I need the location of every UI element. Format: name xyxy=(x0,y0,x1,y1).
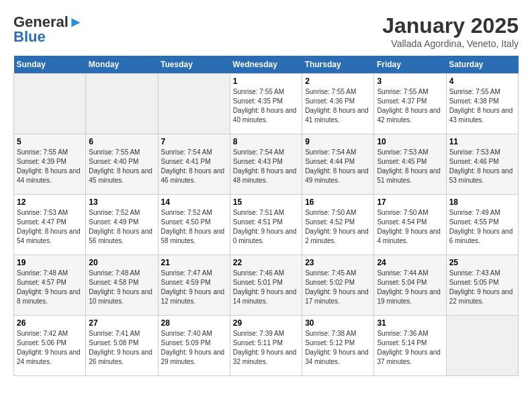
day-number: 22 xyxy=(233,258,299,267)
calendar-table: SundayMondayTuesdayWednesdayThursdayFrid… xyxy=(13,56,519,376)
title-block: January 2025 Vallada Agordina, Veneto, I… xyxy=(382,13,519,49)
day-number: 21 xyxy=(161,258,227,267)
day-info: Sunrise: 7:39 AMSunset: 5:11 PMDaylight:… xyxy=(233,329,299,367)
day-number: 23 xyxy=(305,258,371,267)
calendar-cell: 9Sunrise: 7:54 AMSunset: 4:44 PMDaylight… xyxy=(302,134,374,195)
day-info: Sunrise: 7:52 AMSunset: 4:49 PMDaylight:… xyxy=(89,208,154,246)
calendar-cell: 18Sunrise: 7:49 AMSunset: 4:55 PMDayligh… xyxy=(446,195,518,255)
day-number: 28 xyxy=(161,318,227,328)
day-number: 12 xyxy=(17,197,83,207)
calendar-cell: 27Sunrise: 7:41 AMSunset: 5:08 PMDayligh… xyxy=(86,316,158,376)
day-number: 29 xyxy=(233,318,299,328)
calendar-cell: 7Sunrise: 7:54 AMSunset: 4:41 PMDaylight… xyxy=(158,134,230,195)
day-info: Sunrise: 7:50 AMSunset: 4:52 PMDaylight:… xyxy=(305,208,371,246)
header-day-friday: Friday xyxy=(374,56,446,74)
day-info: Sunrise: 7:53 AMSunset: 4:45 PMDaylight:… xyxy=(377,148,443,185)
location-title: Vallada Agordina, Veneto, Italy xyxy=(382,38,519,49)
day-info: Sunrise: 7:38 AMSunset: 5:12 PMDaylight:… xyxy=(305,329,371,367)
calendar-week-3: 12Sunrise: 7:53 AMSunset: 4:47 PMDayligh… xyxy=(14,195,519,255)
day-info: Sunrise: 7:54 AMSunset: 4:43 PMDaylight:… xyxy=(233,148,299,185)
header-day-sunday: Sunday xyxy=(14,56,86,74)
day-number: 17 xyxy=(377,197,443,207)
calendar-cell: 15Sunrise: 7:51 AMSunset: 4:51 PMDayligh… xyxy=(230,195,302,255)
day-number: 5 xyxy=(17,137,83,146)
calendar-cell: 29Sunrise: 7:39 AMSunset: 5:11 PMDayligh… xyxy=(230,316,302,376)
day-info: Sunrise: 7:54 AMSunset: 4:41 PMDaylight:… xyxy=(161,148,227,185)
calendar-cell: 14Sunrise: 7:52 AMSunset: 4:50 PMDayligh… xyxy=(158,195,230,255)
header-day-saturday: Saturday xyxy=(446,56,518,74)
day-number: 20 xyxy=(89,258,154,267)
calendar-cell: 30Sunrise: 7:38 AMSunset: 5:12 PMDayligh… xyxy=(302,316,374,376)
day-info: Sunrise: 7:51 AMSunset: 4:51 PMDaylight:… xyxy=(233,208,299,246)
day-number: 14 xyxy=(161,197,227,207)
calendar-cell: 6Sunrise: 7:55 AMSunset: 4:40 PMDaylight… xyxy=(86,134,158,195)
calendar-cell: 10Sunrise: 7:53 AMSunset: 4:45 PMDayligh… xyxy=(374,134,446,195)
logo: General► Blue xyxy=(13,13,83,46)
day-info: Sunrise: 7:48 AMSunset: 4:57 PMDaylight:… xyxy=(17,269,83,306)
day-info: Sunrise: 7:55 AMSunset: 4:37 PMDaylight:… xyxy=(377,87,443,125)
calendar-cell: 2Sunrise: 7:55 AMSunset: 4:36 PMDaylight… xyxy=(302,74,374,134)
day-number: 4 xyxy=(449,77,515,86)
calendar-cell: 17Sunrise: 7:50 AMSunset: 4:54 PMDayligh… xyxy=(374,195,446,255)
calendar-cell: 24Sunrise: 7:44 AMSunset: 5:04 PMDayligh… xyxy=(374,255,446,316)
day-info: Sunrise: 7:55 AMSunset: 4:36 PMDaylight:… xyxy=(305,87,371,125)
calendar-week-4: 19Sunrise: 7:48 AMSunset: 4:57 PMDayligh… xyxy=(14,255,519,316)
day-number: 25 xyxy=(449,258,515,267)
day-info: Sunrise: 7:54 AMSunset: 4:44 PMDaylight:… xyxy=(305,148,371,185)
day-info: Sunrise: 7:55 AMSunset: 4:38 PMDaylight:… xyxy=(449,87,515,125)
day-number: 10 xyxy=(377,137,443,146)
day-number: 24 xyxy=(377,258,443,267)
day-info: Sunrise: 7:55 AMSunset: 4:40 PMDaylight:… xyxy=(89,148,154,185)
calendar-header-row: SundayMondayTuesdayWednesdayThursdayFrid… xyxy=(14,56,519,74)
day-number: 27 xyxy=(89,318,154,328)
day-number: 31 xyxy=(377,318,443,328)
header-day-thursday: Thursday xyxy=(302,56,374,74)
day-number: 8 xyxy=(233,137,299,146)
calendar-cell: 26Sunrise: 7:42 AMSunset: 5:06 PMDayligh… xyxy=(14,316,86,376)
day-number: 2 xyxy=(305,77,371,86)
header-day-wednesday: Wednesday xyxy=(230,56,302,74)
day-info: Sunrise: 7:55 AMSunset: 4:39 PMDaylight:… xyxy=(17,148,83,185)
calendar-cell: 13Sunrise: 7:52 AMSunset: 4:49 PMDayligh… xyxy=(86,195,158,255)
day-number: 11 xyxy=(449,137,515,146)
day-info: Sunrise: 7:55 AMSunset: 4:35 PMDaylight:… xyxy=(233,87,299,125)
calendar-cell: 5Sunrise: 7:55 AMSunset: 4:39 PMDaylight… xyxy=(14,134,86,195)
day-info: Sunrise: 7:53 AMSunset: 4:47 PMDaylight:… xyxy=(17,208,83,246)
day-info: Sunrise: 7:48 AMSunset: 4:58 PMDaylight:… xyxy=(89,269,154,306)
header-day-tuesday: Tuesday xyxy=(158,56,230,74)
calendar-week-2: 5Sunrise: 7:55 AMSunset: 4:39 PMDaylight… xyxy=(14,134,519,195)
day-info: Sunrise: 7:42 AMSunset: 5:06 PMDaylight:… xyxy=(17,329,83,367)
calendar-cell: 22Sunrise: 7:46 AMSunset: 5:01 PMDayligh… xyxy=(230,255,302,316)
calendar-cell: 11Sunrise: 7:53 AMSunset: 4:46 PMDayligh… xyxy=(446,134,518,195)
day-number: 26 xyxy=(17,318,83,328)
day-info: Sunrise: 7:49 AMSunset: 4:55 PMDaylight:… xyxy=(449,208,515,246)
calendar-cell xyxy=(14,74,86,134)
day-number: 15 xyxy=(233,197,299,207)
calendar-cell: 4Sunrise: 7:55 AMSunset: 4:38 PMDaylight… xyxy=(446,74,518,134)
month-title: January 2025 xyxy=(382,13,519,38)
calendar-cell: 16Sunrise: 7:50 AMSunset: 4:52 PMDayligh… xyxy=(302,195,374,255)
day-info: Sunrise: 7:52 AMSunset: 4:50 PMDaylight:… xyxy=(161,208,227,246)
calendar-cell: 28Sunrise: 7:40 AMSunset: 5:09 PMDayligh… xyxy=(158,316,230,376)
calendar-cell: 1Sunrise: 7:55 AMSunset: 4:35 PMDaylight… xyxy=(230,74,302,134)
calendar-cell xyxy=(158,74,230,134)
day-info: Sunrise: 7:41 AMSunset: 5:08 PMDaylight:… xyxy=(89,329,154,367)
calendar-cell: 20Sunrise: 7:48 AMSunset: 4:58 PMDayligh… xyxy=(86,255,158,316)
day-info: Sunrise: 7:44 AMSunset: 5:04 PMDaylight:… xyxy=(377,269,443,306)
day-info: Sunrise: 7:43 AMSunset: 5:05 PMDaylight:… xyxy=(449,269,515,306)
calendar-cell xyxy=(446,316,518,376)
calendar-cell: 3Sunrise: 7:55 AMSunset: 4:37 PMDaylight… xyxy=(374,74,446,134)
day-number: 9 xyxy=(305,137,371,146)
day-info: Sunrise: 7:40 AMSunset: 5:09 PMDaylight:… xyxy=(161,329,227,367)
calendar-cell: 25Sunrise: 7:43 AMSunset: 5:05 PMDayligh… xyxy=(446,255,518,316)
day-info: Sunrise: 7:53 AMSunset: 4:46 PMDaylight:… xyxy=(449,148,515,185)
day-info: Sunrise: 7:50 AMSunset: 4:54 PMDaylight:… xyxy=(377,208,443,246)
calendar-cell: 19Sunrise: 7:48 AMSunset: 4:57 PMDayligh… xyxy=(14,255,86,316)
day-number: 18 xyxy=(449,197,515,207)
calendar-week-1: 1Sunrise: 7:55 AMSunset: 4:35 PMDaylight… xyxy=(14,74,519,134)
calendar-week-5: 26Sunrise: 7:42 AMSunset: 5:06 PMDayligh… xyxy=(14,316,519,376)
day-number: 13 xyxy=(89,197,154,207)
logo-blue-text: Blue xyxy=(13,28,46,46)
calendar-cell: 12Sunrise: 7:53 AMSunset: 4:47 PMDayligh… xyxy=(14,195,86,255)
calendar-cell: 31Sunrise: 7:36 AMSunset: 5:14 PMDayligh… xyxy=(374,316,446,376)
